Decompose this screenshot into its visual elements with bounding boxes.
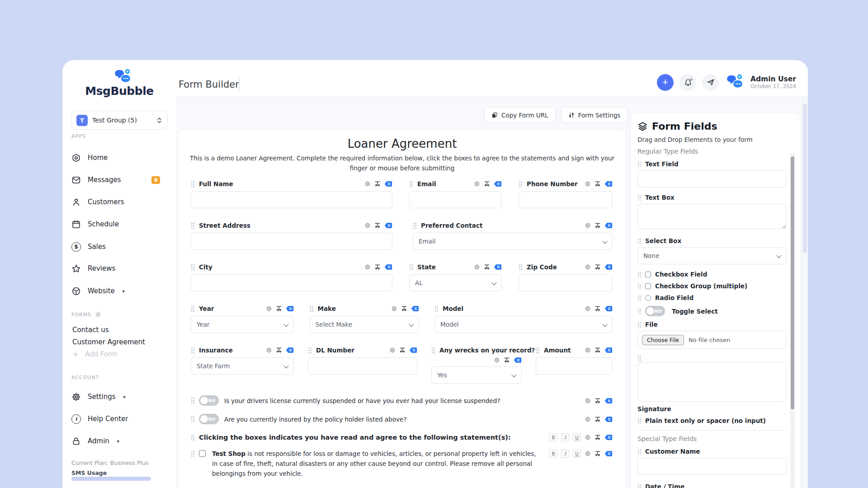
dl-number-input[interactable] [308, 357, 417, 375]
delete-field-icon[interactable] [604, 434, 613, 441]
delete-field-icon[interactable] [286, 305, 294, 312]
delete-field-icon[interactable] [384, 264, 392, 270]
drag-handle-icon[interactable] [637, 272, 641, 277]
user-info[interactable]: Admin User October 17, 2024 [750, 75, 796, 90]
text-width-icon[interactable] [594, 181, 601, 187]
text-width-icon[interactable] [594, 305, 601, 312]
text-width-icon[interactable] [594, 416, 601, 422]
delete-field-icon[interactable] [384, 181, 392, 187]
select-box-preview[interactable]: None [637, 247, 787, 264]
customer-name-preview-input[interactable] [637, 458, 787, 475]
zip-input[interactable] [519, 274, 613, 291]
drag-handle-icon[interactable] [637, 238, 641, 244]
avatar[interactable] [725, 73, 745, 91]
checkbox-icon[interactable] [645, 283, 651, 289]
text-width-icon[interactable] [399, 347, 406, 353]
drag-handle-icon[interactable] [637, 355, 641, 361]
delete-field-icon[interactable] [286, 347, 294, 353]
delete-field-icon[interactable] [494, 181, 502, 187]
palette-plain-text[interactable]: Plain text only or spacer (no input) [637, 417, 787, 424]
palette-file[interactable]: File [637, 321, 787, 328]
delete-field-icon[interactable] [604, 416, 613, 422]
drag-handle-icon[interactable] [637, 161, 641, 167]
palette-signature[interactable] [637, 355, 787, 361]
delete-field-icon[interactable] [604, 181, 613, 187]
text-width-icon[interactable] [594, 398, 601, 404]
gear-icon[interactable] [585, 264, 591, 270]
delete-field-icon[interactable] [514, 357, 522, 363]
gear-icon[interactable] [364, 222, 371, 229]
gear-icon[interactable] [585, 181, 591, 187]
palette-customer-name[interactable]: Customer Name [637, 448, 787, 455]
model-select[interactable]: Model [434, 316, 613, 333]
form-settings-button[interactable]: Form Settings [561, 107, 628, 123]
wrecks-select[interactable]: Yes [431, 366, 522, 384]
italic-button[interactable]: I [561, 450, 569, 458]
toggle-switch[interactable]: NO [645, 306, 665, 316]
amount-input[interactable] [536, 357, 613, 375]
drag-handle-icon[interactable] [409, 181, 413, 188]
gear-icon[interactable] [585, 416, 591, 422]
drag-handle-icon[interactable] [637, 449, 641, 455]
state-select[interactable]: AL [409, 274, 502, 291]
copy-form-url-button[interactable]: Copy Form URL [484, 107, 556, 123]
drag-handle-icon[interactable] [308, 347, 312, 354]
add-button[interactable]: + [657, 74, 674, 91]
drag-handle-icon[interactable] [191, 450, 195, 457]
delete-field-icon[interactable] [384, 222, 392, 229]
sidebar-item-help-center[interactable]: i Help Center [71, 413, 160, 424]
gear-icon[interactable] [585, 222, 591, 229]
palette-toggle-select[interactable]: NO Toggle Select [637, 306, 787, 316]
sidebar-item-reviews[interactable]: Reviews [71, 263, 160, 274]
radio-icon[interactable] [645, 295, 651, 301]
group-selector[interactable]: T Test Group (5) [71, 111, 167, 130]
toggle-switch[interactable]: NO [199, 414, 219, 424]
gear-icon[interactable] [585, 305, 591, 312]
text-width-icon[interactable] [276, 347, 282, 353]
toggle-switch[interactable]: NO [199, 395, 219, 406]
gear-icon[interactable] [266, 347, 272, 353]
text-width-icon[interactable] [594, 450, 601, 457]
text-width-icon[interactable] [484, 264, 490, 270]
make-select[interactable]: Select Make [310, 316, 419, 333]
sidebar-form-customer-agreement[interactable]: Customer Agreement [72, 338, 145, 346]
palette-text-box[interactable]: Text Box [637, 194, 787, 201]
phone-input[interactable] [519, 191, 613, 208]
drag-handle-icon[interactable] [519, 181, 523, 188]
text-width-icon[interactable] [594, 222, 601, 229]
forms-gear-icon[interactable] [95, 311, 101, 318]
drag-handle-icon[interactable] [413, 222, 417, 229]
text-width-icon[interactable] [504, 357, 510, 363]
text-width-icon[interactable] [374, 222, 381, 229]
delete-field-icon[interactable] [604, 398, 613, 404]
sidebar-item-home[interactable]: Home [71, 152, 160, 163]
delete-field-icon[interactable] [604, 450, 613, 457]
text-width-icon[interactable] [374, 264, 381, 270]
drag-handle-icon[interactable] [637, 308, 641, 314]
sidebar-form-contact-us[interactable]: Contact us [72, 326, 108, 334]
insurance-select[interactable]: State Farm [191, 357, 294, 375]
delete-field-icon[interactable] [494, 264, 502, 270]
drag-handle-icon[interactable] [409, 264, 413, 271]
drag-handle-icon[interactable] [637, 418, 641, 424]
text-width-icon[interactable] [276, 305, 282, 312]
sidebar-item-schedule[interactable]: Schedule [71, 219, 160, 230]
bold-button[interactable]: B [549, 433, 557, 441]
palette-checkbox-field[interactable]: Checkbox Field [637, 271, 787, 278]
delete-field-icon[interactable] [411, 305, 419, 312]
add-form-button[interactable]: + Add Form [72, 350, 118, 359]
signature-canvas-preview[interactable] [637, 362, 787, 402]
drag-handle-icon[interactable] [637, 322, 641, 328]
window-scrollbar-thumb[interactable] [803, 104, 807, 253]
drag-handle-icon[interactable] [536, 347, 540, 354]
gear-icon[interactable] [474, 264, 480, 270]
share-button[interactable] [702, 74, 719, 91]
gear-icon[interactable] [585, 398, 591, 404]
delete-field-icon[interactable] [604, 264, 613, 270]
drag-handle-icon[interactable] [431, 347, 435, 354]
underline-button[interactable]: U [573, 450, 581, 458]
palette-select-box[interactable]: Select Box [637, 237, 787, 244]
panel-scrollbar-thumb[interactable] [791, 156, 794, 409]
drag-handle-icon[interactable] [637, 295, 641, 301]
full-name-input[interactable] [191, 191, 392, 208]
